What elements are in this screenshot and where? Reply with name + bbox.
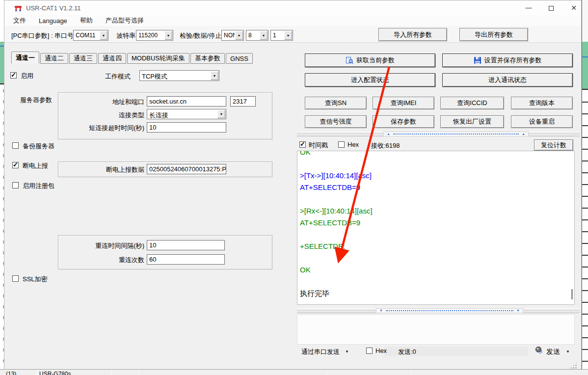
- server-address-input[interactable]: socket.usr.cn: [147, 96, 226, 107]
- log-line: [300, 276, 574, 288]
- splitter-handle[interactable]: ▲ ▲: [383, 132, 529, 136]
- menu-file[interactable]: 文件: [13, 16, 26, 25]
- backup-server-checkbox[interactable]: [12, 142, 19, 149]
- query-imei-button[interactable]: 查询IMEI: [373, 97, 434, 109]
- chevron-down-icon[interactable]: ▼: [164, 31, 172, 40]
- enable-checkbox[interactable]: [10, 72, 17, 79]
- power-data-input[interactable]: 02500524060700013275:PO: [147, 164, 226, 174]
- power-report-label: 断电上报: [23, 161, 48, 170]
- log-line: >[Tx->][10:40:14][asc]: [300, 170, 574, 182]
- send-button[interactable]: 发送: [546, 348, 560, 356]
- log-line: [300, 158, 574, 170]
- enter-config-mode-button[interactable]: 进入配置状态: [305, 73, 435, 87]
- timestamp-label: 时间戳: [309, 141, 328, 150]
- work-mode-select[interactable]: TCP模式 ▼: [139, 70, 219, 81]
- log-top-splitter[interactable]: ▲ ▲: [297, 132, 580, 136]
- reboot-device-button[interactable]: 设备重启: [511, 115, 573, 128]
- chevron-down-icon[interactable]: ▼: [345, 349, 349, 354]
- query-iccid-button[interactable]: 查询ICCID: [440, 97, 504, 109]
- tab-channel-2[interactable]: 通道二: [40, 53, 68, 64]
- server-port-input[interactable]: 2317: [230, 96, 256, 107]
- triangle-up-icon: ▲: [522, 132, 525, 136]
- chevron-down-icon[interactable]: ▼: [235, 31, 243, 40]
- maximize-button[interactable]: [540, 0, 562, 15]
- resize-grip[interactable]: [570, 362, 578, 369]
- chevron-down-icon[interactable]: ▼: [260, 31, 267, 40]
- baud-rate-select[interactable]: 115200 ▼: [136, 30, 173, 41]
- log-line: [300, 193, 574, 205]
- chevron-down-icon[interactable]: ▼: [211, 71, 218, 80]
- com-port-select[interactable]: COM11 ▼: [73, 30, 108, 41]
- query-signal-button[interactable]: 查信号强度: [305, 115, 367, 128]
- conn-type-label: 连接类型: [58, 111, 144, 120]
- serial-port-label: [PC串口参数] : 串口号: [11, 31, 74, 40]
- factory-reset-button[interactable]: 恢复出厂设置: [440, 115, 504, 128]
- set-save-all-params-button[interactable]: 设置并保存所有参数: [442, 54, 573, 67]
- send-via-serial-dropdown[interactable]: 通过串口发送: [301, 348, 340, 356]
- status-bar: (13) USR-G780s: [0, 369, 588, 375]
- tab-basic-params[interactable]: 基本参数: [190, 53, 225, 64]
- recv-hex-label: Hex: [347, 141, 359, 148]
- send-input-area[interactable]: [297, 314, 575, 345]
- log-line: OK: [300, 151, 574, 158]
- ssl-label: SSL加密: [23, 275, 48, 284]
- export-params-button[interactable]: 导出所有参数: [459, 28, 528, 41]
- log-output[interactable]: OK >[Tx->][10:40:14][asc] AT+SELECTDB=9 …: [297, 151, 575, 305]
- log-bottom-splitter[interactable]: ▼ ▼: [297, 308, 580, 313]
- timestamp-checkbox[interactable]: [299, 141, 306, 148]
- parity-select[interactable]: NONI ▼: [221, 30, 244, 41]
- background-green-strip-right: [582, 42, 588, 90]
- stop-bits-select[interactable]: 1 ▼: [270, 30, 293, 41]
- reg-pack-checkbox[interactable]: [12, 182, 19, 188]
- send-sphere-icon: [535, 346, 543, 357]
- short-conn-timeout-input[interactable]: 10: [147, 122, 226, 133]
- menu-language[interactable]: Language: [39, 17, 67, 25]
- get-current-params-button[interactable]: 获取当前参数: [305, 54, 435, 67]
- recv-counter: 接收:6198: [371, 141, 400, 150]
- server-params-label: 服务器参数: [20, 96, 52, 105]
- triangle-down-icon: ▼: [379, 308, 383, 313]
- status-cell: USR-G780s: [39, 371, 71, 375]
- log-line: >[Rx<-][10:40:14][asc]: [300, 205, 574, 217]
- close-button[interactable]: ✕: [563, 0, 585, 15]
- log-line: +SELECTDB:: [300, 241, 574, 252]
- query-sn-button[interactable]: 查询SN: [305, 97, 367, 109]
- send-hex-checkbox[interactable]: [366, 348, 373, 354]
- tab-channel-1[interactable]: 通道一: [11, 52, 39, 64]
- conn-type-select[interactable]: 长连接 ▼: [147, 109, 226, 119]
- enter-comm-mode-button[interactable]: 进入通讯状态: [442, 73, 573, 87]
- title-bar: USR-CAT1 V1.2.11 — ✕: [4, 0, 581, 15]
- data-bits-select[interactable]: 8 ▼: [246, 30, 268, 41]
- screen: USR-CAT1 V1.2.11 — ✕ 文件 Language 帮助 产品型号…: [0, 0, 588, 375]
- log-line: AT+SELECTDB=9: [300, 217, 574, 229]
- save-floppy-icon: [474, 56, 481, 64]
- chevron-down-icon[interactable]: ▼: [284, 31, 292, 40]
- reconnect-times-input[interactable]: 60: [147, 254, 225, 265]
- menu-product-model[interactable]: 产品型号选择: [106, 16, 144, 25]
- query-version-button[interactable]: 查询版本: [511, 97, 573, 109]
- chevron-down-icon[interactable]: ▼: [566, 349, 570, 354]
- import-params-button[interactable]: 导入所有参数: [378, 28, 447, 41]
- baud-rate-label: 波特率: [116, 31, 135, 40]
- tab-modbus-polling[interactable]: MODBUS轮询采集: [127, 53, 189, 64]
- work-mode-label: 工作模式: [105, 72, 131, 81]
- ssl-checkbox[interactable]: [12, 275, 19, 282]
- reconnect-interval-label: 重连时间间隔(秒): [58, 241, 144, 250]
- reset-counter-button[interactable]: 复位计数: [534, 139, 573, 151]
- power-report-checkbox[interactable]: [12, 162, 19, 168]
- tab-gnss[interactable]: GNSS: [226, 53, 253, 64]
- menu-help[interactable]: 帮助: [80, 16, 93, 25]
- splitter-handle[interactable]: ▼ ▼: [376, 308, 523, 313]
- backup-server-label: 备份服务器: [23, 142, 54, 151]
- minimize-button[interactable]: —: [518, 0, 539, 15]
- serial-toolbar: [PC串口参数] : 串口号 COM11 ▼ 波特率 115200 ▼ 检验/数…: [4, 26, 581, 43]
- reconnect-interval-input[interactable]: 10: [147, 240, 225, 250]
- chevron-down-icon[interactable]: ▼: [100, 31, 107, 40]
- tab-channel-3[interactable]: 通道三: [69, 53, 97, 64]
- reconnect-times-label: 重连次数: [58, 256, 144, 265]
- save-params-button[interactable]: 保存参数: [373, 115, 434, 128]
- chevron-down-icon[interactable]: ▼: [217, 110, 225, 118]
- recv-hex-checkbox[interactable]: [338, 141, 345, 148]
- tab-channel-4[interactable]: 通道四: [98, 53, 126, 64]
- log-scrollbar-thumb[interactable]: [571, 289, 573, 299]
